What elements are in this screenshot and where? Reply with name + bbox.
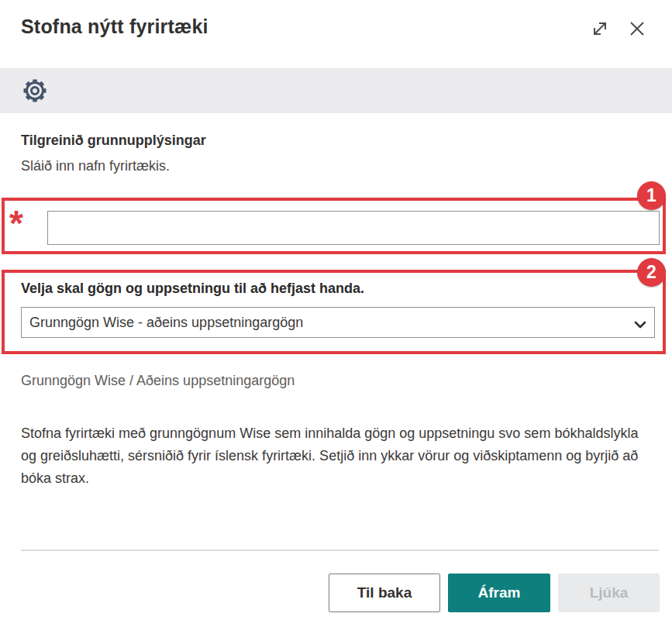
instruction-text: Sláið inn nafn fyrirtækis. xyxy=(21,158,170,174)
data-setup-label: Velja skal gögn og uppsetningu til að he… xyxy=(21,281,364,297)
settings-toolbar xyxy=(0,68,672,113)
annotation-box-1: * xyxy=(2,198,666,254)
annotation-badge-2: 2 xyxy=(637,258,666,287)
data-setup-select[interactable]: Grunngögn Wise - aðeins uppsetningargögn xyxy=(21,307,655,338)
chevron-down-icon xyxy=(634,319,646,332)
create-company-dialog: Stofna nýtt fyrirtæki xyxy=(0,0,672,627)
finish-button: Ljúka xyxy=(558,574,660,612)
footer-divider xyxy=(21,549,659,551)
back-button[interactable]: Til baka xyxy=(329,574,440,612)
dialog-title: Stofna nýtt fyrirtæki xyxy=(21,16,208,38)
section-heading: Tilgreinið grunnupplýsingar xyxy=(21,133,206,149)
required-marker: * xyxy=(9,205,23,241)
expand-icon xyxy=(590,19,610,41)
company-name-input[interactable] xyxy=(47,211,660,245)
data-setup-selected-value: Grunngögn Wise - aðeins uppsetningargögn xyxy=(29,315,303,331)
annotation-badge-1: 1 xyxy=(637,181,666,210)
next-button[interactable]: Áfram xyxy=(448,574,550,612)
expand-button[interactable] xyxy=(588,17,612,42)
settings-button[interactable] xyxy=(19,75,51,108)
close-icon xyxy=(627,19,647,41)
close-button[interactable] xyxy=(625,17,650,42)
annotation-box-2: Velja skal gögn og uppsetningu til að he… xyxy=(2,270,666,354)
gear-icon xyxy=(19,97,50,109)
selection-summary: Grunngögn Wise / Aðeins uppsetningargögn xyxy=(21,373,295,389)
description-text: Stofna fyrirtæki með grunngögnum Wise se… xyxy=(21,422,641,490)
